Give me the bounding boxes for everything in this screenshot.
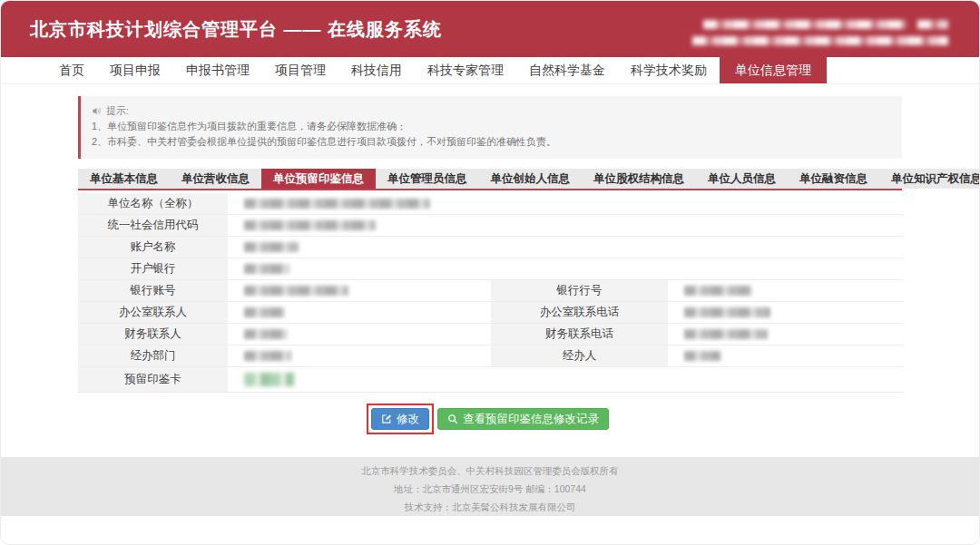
- field-value-bank-account: [228, 280, 491, 302]
- form-actions: 修改 查看预留印鉴信息修改记录: [78, 404, 902, 434]
- nav-item-expert-mgmt[interactable]: 科技专家管理: [415, 57, 516, 83]
- page-footer: 北京市科学技术委员会、中关村科技园区管理委员会版权所有 地址：北京市通州区宏安街…: [1, 457, 979, 516]
- field-value-seal-card: [228, 367, 904, 393]
- notice-box: 提示: 1、单位预留印鉴信息作为项目拨款的重要信息，请务必保障数据准确； 2、市…: [78, 96, 902, 159]
- redacted-value: [244, 242, 299, 252]
- field-value-office-phone: [668, 302, 904, 324]
- view-records-button-label: 查看预留印鉴信息修改记录: [463, 412, 599, 427]
- footer-tech-support: 技术支持：北京美髯公科技发展有限公司: [1, 501, 979, 514]
- view-seal-change-records-button[interactable]: 查看预留印鉴信息修改记录: [437, 408, 609, 430]
- tab-reserved-seal-info[interactable]: 单位预留印鉴信息: [261, 169, 376, 189]
- redacted-value: [244, 329, 288, 339]
- nav-item-home[interactable]: 首页: [46, 57, 97, 83]
- redacted-value: [244, 264, 289, 274]
- main-nav: 首页 项目申报 申报书管理 项目管理 科技信用 科技专家管理 自然科学基金 科学…: [1, 57, 979, 84]
- search-icon: [447, 414, 458, 424]
- field-value-credit-code: [228, 215, 904, 237]
- tab-unit-revenue-info[interactable]: 单位营收信息: [170, 169, 261, 189]
- redacted-user-text: [703, 20, 906, 29]
- nav-item-credit[interactable]: 科技信用: [338, 57, 415, 83]
- field-label-bank-account: 银行账号: [78, 280, 228, 302]
- tab-unit-ip-info[interactable]: 单位知识产权信息: [879, 169, 980, 189]
- field-label-office-contact: 办公室联系人: [78, 302, 228, 324]
- content-area: 提示: 1、单位预留印鉴信息作为项目拨款的重要信息，请务必保障数据准确； 2、市…: [1, 84, 979, 434]
- redacted-value: [684, 329, 768, 339]
- app-title: 北京市科技计划综合管理平台 —— 在线服务系统: [30, 17, 442, 42]
- field-value-handler: [668, 345, 904, 367]
- footer-copyright: 北京市科学技术委员会、中关村科技园区管理委员会版权所有: [1, 465, 979, 478]
- app-header: 北京市科技计划综合管理平台 —— 在线服务系统: [1, 1, 979, 57]
- redacted-value: [244, 199, 430, 209]
- edit-button[interactable]: 修改: [371, 408, 429, 430]
- field-label-office-phone: 办公室联系电话: [491, 302, 668, 324]
- user-info-redacted: [692, 20, 948, 53]
- tab-unit-admin-info[interactable]: 单位管理员信息: [376, 169, 479, 189]
- field-label-handling-dept: 经办部门: [78, 345, 228, 367]
- field-value-bank-name: [228, 258, 904, 280]
- field-label-unit-name: 单位名称（全称）: [78, 193, 228, 215]
- field-value-account-name: [228, 237, 904, 258]
- tab-unit-equity-info[interactable]: 单位股权结构信息: [582, 169, 696, 189]
- notice-line: 2、市科委、中关村管委会根据单位提供的预留印鉴信息进行项目款项拨付，不对预留印鉴…: [92, 134, 891, 150]
- field-label-bank-name: 开户银行: [78, 258, 228, 280]
- redacted-user-text: [917, 20, 948, 29]
- nav-item-project-mgmt[interactable]: 项目管理: [262, 57, 338, 83]
- seal-card-thumbnail-redacted[interactable]: [244, 373, 294, 386]
- redacted-value: [684, 307, 770, 317]
- annotation-highlight-box: 修改: [371, 408, 429, 430]
- unit-info-tabs: 单位基本信息 单位营收信息 单位预留印鉴信息 单位管理员信息 单位创始人信息 单…: [78, 169, 902, 190]
- redacted-user-text: [692, 36, 948, 45]
- field-label-finance-contact: 财务联系人: [78, 324, 228, 345]
- tab-unit-personnel-info[interactable]: 单位人员信息: [696, 169, 788, 189]
- notice-title: 提示:: [106, 103, 129, 119]
- page: 北京市科技计划综合管理平台 —— 在线服务系统 首页 项目申报 申报书管理 项目…: [0, 0, 980, 545]
- nav-item-science-fund[interactable]: 自然科学基金: [516, 57, 618, 83]
- redacted-value: [244, 351, 291, 361]
- notice-line: 1、单位预留印鉴信息作为项目拨款的重要信息，请务必保障数据准确；: [92, 119, 891, 134]
- field-label-handler: 经办人: [491, 345, 668, 367]
- nav-item-project-apply[interactable]: 项目申报: [97, 57, 173, 83]
- nav-item-unit-info[interactable]: 单位信息管理: [720, 57, 827, 83]
- field-label-finance-phone: 财务联系电话: [491, 324, 668, 345]
- footer-address: 地址：北京市通州区宏安街9号 邮编：100744: [1, 483, 979, 496]
- field-value-finance-contact: [228, 324, 491, 345]
- tab-unit-basic-info[interactable]: 单位基本信息: [78, 169, 170, 189]
- tab-unit-financing-info[interactable]: 单位融资信息: [788, 169, 879, 189]
- speaker-icon: [92, 106, 102, 116]
- field-value-handling-dept: [228, 345, 491, 367]
- field-label-bank-number: 银行行号: [491, 280, 668, 302]
- field-value-office-contact: [228, 302, 491, 324]
- field-label-seal-card: 预留印鉴卡: [78, 367, 228, 393]
- redacted-value: [684, 286, 752, 296]
- redacted-value: [684, 351, 720, 361]
- field-value-finance-phone: [668, 324, 904, 345]
- field-value-bank-number: [668, 280, 904, 302]
- field-label-account-name: 账户名称: [78, 237, 228, 258]
- edit-button-label: 修改: [397, 412, 419, 427]
- tab-unit-founder-info[interactable]: 单位创始人信息: [479, 169, 583, 189]
- field-label-credit-code: 统一社会信用代码: [78, 215, 228, 237]
- seal-info-form: 单位名称（全称） 统一社会信用代码 账户名称 开户银行 银行账号 银行行号: [78, 193, 902, 393]
- redacted-value: [244, 286, 348, 296]
- edit-icon: [381, 414, 392, 424]
- field-value-unit-name: [228, 193, 904, 215]
- redacted-value: [244, 220, 376, 230]
- nav-item-award[interactable]: 科学技术奖励: [618, 57, 720, 83]
- nav-item-application-mgmt[interactable]: 申报书管理: [173, 57, 262, 83]
- redacted-value: [244, 307, 285, 317]
